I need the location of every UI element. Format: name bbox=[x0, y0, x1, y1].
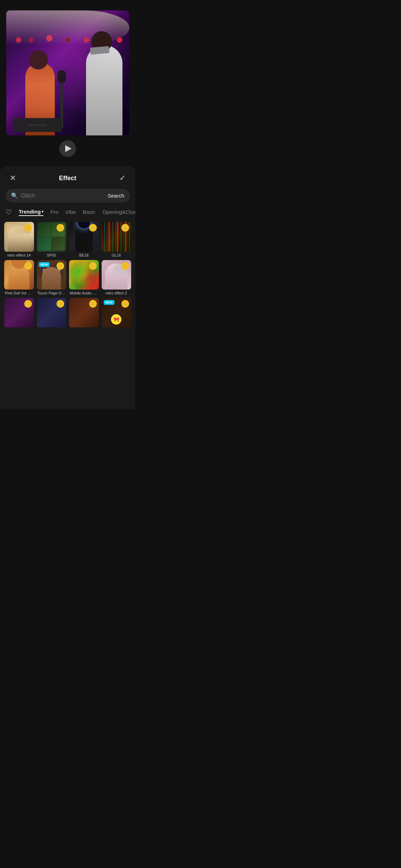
effect-thumb-bottom2: 👑 bbox=[37, 298, 67, 327]
search-bar: 🔍 Search bbox=[6, 189, 130, 202]
search-button[interactable]: Search bbox=[108, 193, 124, 199]
effect-thumb-retro2: 👑 bbox=[102, 260, 131, 290]
gift-bow: 🎀 bbox=[111, 314, 121, 325]
effect-label-mobile: Mobile Audio Vi... bbox=[69, 291, 99, 295]
search-input[interactable] bbox=[21, 193, 105, 199]
effect-card-be18[interactable]: 👑 BE18 bbox=[69, 222, 99, 257]
new-badge-bottom4: NEW bbox=[104, 300, 114, 305]
chevron-down-icon: ▾ bbox=[42, 210, 43, 214]
effect-label-touchpage: Touch Page Ov... bbox=[37, 291, 67, 295]
crown-badge-bottom2: 👑 bbox=[57, 300, 64, 308]
effect-card-retro2[interactable]: 👑 retro effect 2 bbox=[102, 260, 131, 295]
effect-label-pinkdoll: Pink Doll Vol 02... bbox=[4, 291, 34, 295]
effect-panel: ✕ Effect ✓ 🔍 Search ♡ Trending ▾ Pro Vib… bbox=[0, 166, 135, 409]
confirm-button[interactable]: ✓ bbox=[117, 173, 128, 183]
effect-thumb-bottom4: 🎀 NEW 👑 bbox=[102, 298, 131, 327]
close-button[interactable]: ✕ bbox=[8, 173, 18, 183]
effect-card-retro14[interactable]: 👑 retro effect 14 bbox=[4, 222, 34, 257]
tabs-row: ♡ Trending ▾ Pro Vibe Basic Opening&Clos… bbox=[0, 208, 135, 222]
video-placeholder: PSR-SX600 bbox=[6, 10, 129, 135]
crown-badge-touchpage: 👑 bbox=[57, 262, 64, 270]
new-badge-touchpage: NEW bbox=[39, 262, 50, 267]
effect-card-bottom2[interactable]: 👑 bbox=[37, 298, 67, 327]
effect-label-sp05: SP05 bbox=[37, 253, 67, 257]
crown-badge-sp05: 👑 bbox=[57, 224, 64, 232]
effect-title: Effect bbox=[59, 175, 76, 182]
effect-thumb-mobile: 👑 bbox=[69, 260, 99, 290]
crown-badge-bottom4: 👑 bbox=[121, 300, 129, 308]
effect-thumb-bottom3: 👑 bbox=[69, 298, 99, 327]
effect-thumb-retro14: 👑 bbox=[4, 222, 34, 252]
effect-thumb-sp05: 👑 bbox=[37, 222, 67, 252]
effect-thumb-pinkdoll: 👑 bbox=[4, 260, 34, 290]
effect-label-gl16: GL16 bbox=[102, 253, 131, 257]
effects-grid: 👑 retro effect 14 👑 SP05 bbox=[0, 222, 135, 332]
effect-header: ✕ Effect ✓ bbox=[0, 166, 135, 189]
tab-basic[interactable]: Basic bbox=[83, 209, 95, 216]
search-icon: 🔍 bbox=[11, 192, 18, 199]
effect-card-bottom3[interactable]: 👑 bbox=[69, 298, 99, 327]
favorites-icon[interactable]: ♡ bbox=[6, 208, 12, 216]
effect-label-be18: BE18 bbox=[69, 253, 99, 257]
effect-thumb-be18: 👑 bbox=[69, 222, 99, 252]
tab-vibe[interactable]: Vibe bbox=[66, 209, 76, 216]
tab-pro[interactable]: Pro bbox=[50, 209, 58, 216]
mic-head bbox=[58, 70, 66, 83]
effect-thumb-touchpage: NEW 👑 bbox=[37, 260, 67, 290]
crown-badge-bottom3: 👑 bbox=[89, 300, 97, 308]
crown-badge-retro14: 👑 bbox=[24, 224, 32, 232]
effect-card-pinkdoll[interactable]: 👑 Pink Doll Vol 02... bbox=[4, 260, 34, 295]
effect-card-sp05[interactable]: 👑 SP05 bbox=[37, 222, 67, 257]
crown-badge-bottom1: 👑 bbox=[24, 300, 32, 308]
effect-thumb-gl16: 👑 bbox=[102, 222, 131, 252]
effect-card-mobile[interactable]: 👑 Mobile Audio Vi... bbox=[69, 260, 99, 295]
glasses bbox=[90, 46, 110, 55]
crown-badge-gl16: 👑 bbox=[121, 224, 129, 232]
crown-badge-retro2: 👑 bbox=[121, 262, 129, 270]
effect-label-retro2: retro effect 2 bbox=[102, 291, 131, 295]
play-icon bbox=[65, 145, 71, 152]
keyboard: PSR-SX600 bbox=[13, 118, 62, 132]
tab-trending[interactable]: Trending ▾ bbox=[19, 209, 43, 216]
play-button[interactable] bbox=[59, 140, 76, 157]
effect-thumb-bottom1: 👑 bbox=[4, 298, 34, 327]
crown-badge-be18: 👑 bbox=[89, 224, 97, 232]
effect-card-touchpage[interactable]: NEW 👑 Touch Page Ov... bbox=[37, 260, 67, 295]
crown-badge-mobile: 👑 bbox=[89, 262, 97, 270]
effect-label-retro14: retro effect 14 bbox=[4, 253, 34, 257]
head-left bbox=[29, 50, 48, 69]
effect-card-gl16[interactable]: 👑 GL16 bbox=[102, 222, 131, 257]
effect-card-bottom4[interactable]: 🎀 NEW 👑 bbox=[102, 298, 131, 327]
video-frame: PSR-SX600 bbox=[6, 10, 129, 135]
crown-badge-pinkdoll: 👑 bbox=[24, 262, 32, 270]
video-preview: PSR-SX600 bbox=[0, 0, 135, 166]
effect-card-bottom1[interactable]: 👑 bbox=[4, 298, 34, 327]
tab-opening[interactable]: Opening&Closing bbox=[102, 209, 135, 216]
figure-right bbox=[86, 45, 122, 135]
